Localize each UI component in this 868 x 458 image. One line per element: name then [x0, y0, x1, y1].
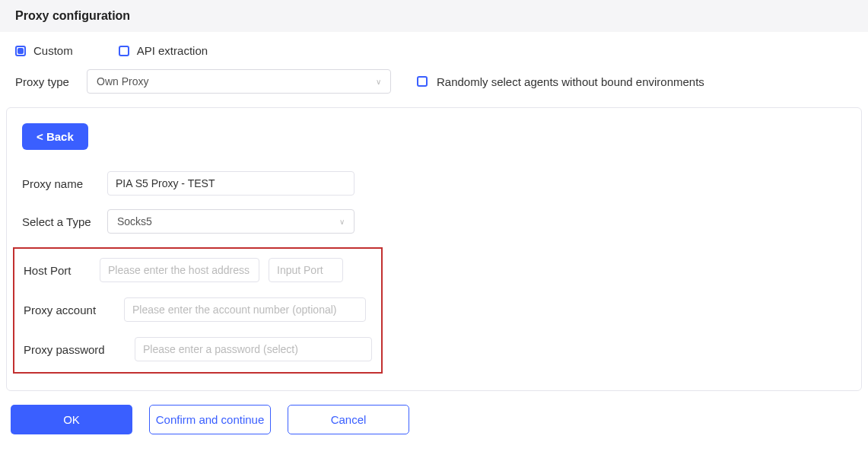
- chevron-down-icon: ∨: [339, 218, 345, 226]
- checkbox-icon: [417, 76, 428, 87]
- credentials-highlight: Host Port Proxy account Proxy password: [13, 247, 383, 374]
- select-type-value: Socks5: [117, 215, 152, 227]
- mode-custom-option[interactable]: Custom: [15, 44, 73, 57]
- proxy-type-section: Proxy type Own Proxy ∨ Randomly select a…: [0, 57, 868, 94]
- random-select-option[interactable]: Randomly select agents without bound env…: [417, 75, 704, 88]
- chevron-down-icon: ∨: [376, 78, 381, 86]
- proxy-account-label: Proxy account: [24, 304, 115, 316]
- proxy-type-label: Proxy type: [15, 75, 76, 88]
- proxy-account-input[interactable]: [124, 297, 366, 322]
- radio-icon: [15, 46, 26, 56]
- select-type-select[interactable]: Socks5 ∨: [107, 209, 355, 234]
- host-port-label: Host Port: [24, 264, 91, 277]
- footer-actions: OK Confirm and continue Cancel: [0, 391, 868, 442]
- proxy-form-panel: < Back Proxy name Select a Type Socks5 ∨…: [6, 107, 862, 391]
- port-input[interactable]: [269, 258, 343, 282]
- mode-api-label: API extraction: [137, 44, 208, 57]
- proxy-name-input[interactable]: [107, 171, 355, 196]
- page-title: Proxy configuration: [15, 9, 130, 22]
- confirm-continue-button[interactable]: Confirm and continue: [149, 405, 271, 434]
- proxy-password-input[interactable]: [135, 337, 372, 361]
- mode-api-option[interactable]: API extraction: [119, 44, 208, 57]
- confirm-button-label: Confirm and continue: [156, 413, 265, 426]
- mode-custom-label: Custom: [33, 44, 73, 57]
- radio-icon: [119, 46, 129, 56]
- host-address-input[interactable]: [100, 258, 259, 282]
- back-button-label: < Back: [37, 130, 74, 143]
- proxy-password-label: Proxy password: [24, 343, 126, 356]
- ok-button-label: OK: [63, 413, 80, 426]
- header-bar: Proxy configuration: [0, 0, 868, 32]
- random-select-label: Randomly select agents without bound env…: [437, 75, 704, 88]
- proxy-type-select[interactable]: Own Proxy ∨: [87, 69, 391, 94]
- proxy-type-value: Own Proxy: [97, 75, 148, 87]
- cancel-button[interactable]: Cancel: [288, 405, 409, 434]
- ok-button[interactable]: OK: [11, 405, 132, 434]
- select-type-label: Select a Type: [22, 215, 98, 228]
- cancel-button-label: Cancel: [331, 413, 367, 426]
- back-button[interactable]: < Back: [22, 123, 88, 150]
- proxy-name-label: Proxy name: [22, 177, 98, 190]
- mode-section: Custom API extraction: [0, 32, 868, 57]
- mode-radio-group: Custom API extraction: [15, 44, 853, 57]
